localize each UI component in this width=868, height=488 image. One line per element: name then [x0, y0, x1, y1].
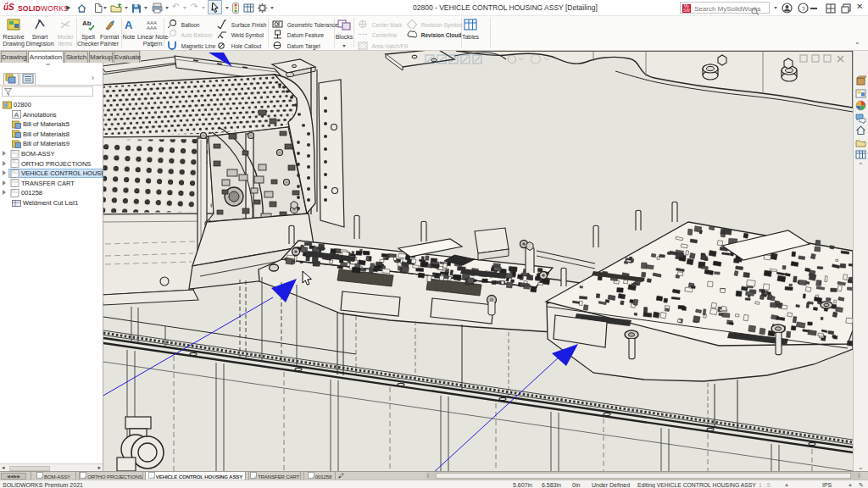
svg-text:A: A: [14, 111, 19, 119]
svg-text:AAA: AAA: [147, 25, 157, 30]
svg-text:?: ?: [801, 5, 805, 13]
svg-text:A: A: [125, 19, 133, 30]
